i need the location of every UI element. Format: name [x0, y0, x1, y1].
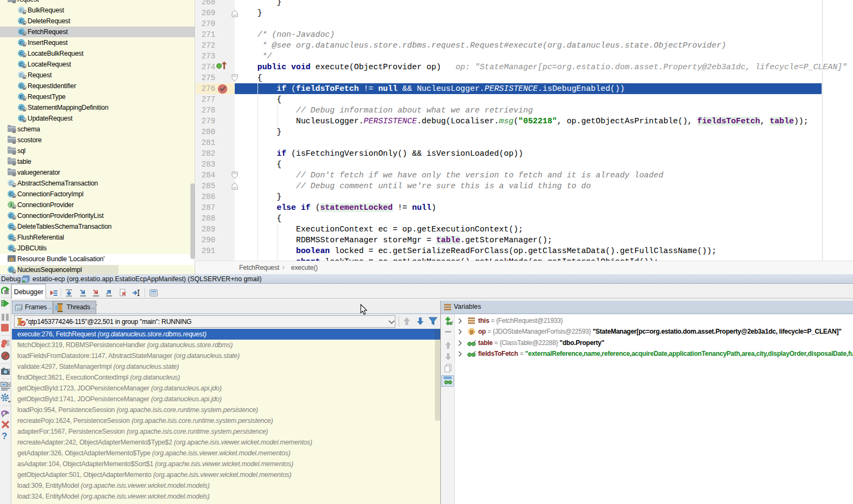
svg-text:p: p — [470, 329, 473, 335]
svg-text:<>: <> — [17, 307, 21, 310]
